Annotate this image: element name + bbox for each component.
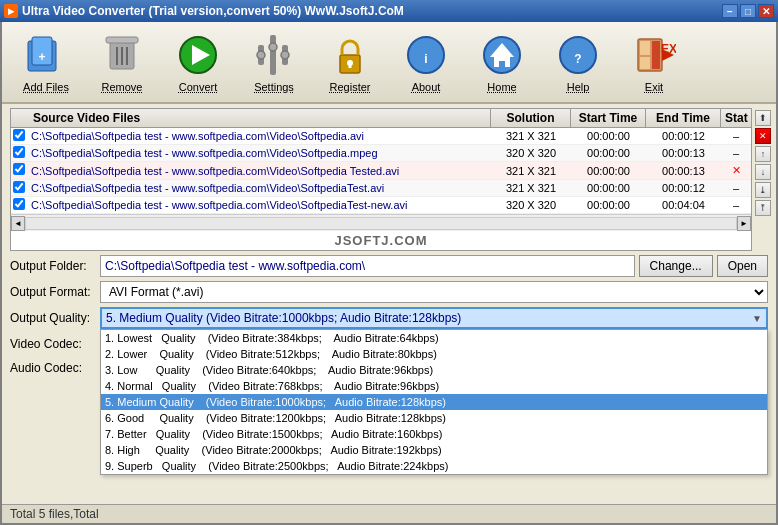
- settings-icon: [250, 31, 298, 79]
- home-button[interactable]: Home: [466, 26, 538, 98]
- table-row[interactable]: C:\Softpedia\Softpedia test - www.softpe…: [11, 128, 751, 145]
- open-button[interactable]: Open: [717, 255, 768, 277]
- app-icon: ▶: [4, 4, 18, 18]
- side-btn-4[interactable]: ↓: [755, 164, 771, 180]
- side-btn-2[interactable]: ✕: [755, 128, 771, 144]
- change-button[interactable]: Change...: [639, 255, 713, 277]
- row-checkbox[interactable]: [11, 146, 29, 161]
- home-label: Home: [487, 81, 516, 93]
- file-list-container: Source Video Files Solution Start Time E…: [10, 108, 752, 251]
- row-checkbox[interactable]: [11, 129, 29, 144]
- toolbar: + Add Files Remove: [2, 22, 776, 104]
- quality-dropdown-container: 5. Medium Quality (Video Bitrate:1000kbp…: [100, 307, 768, 329]
- quality-option-1[interactable]: 1. Lowest Quality (Video Bitrate:384kbps…: [101, 330, 767, 346]
- svg-text:i: i: [424, 52, 427, 66]
- main-window: + Add Files Remove: [0, 22, 778, 525]
- scroll-track[interactable]: [25, 217, 737, 230]
- add-files-label: Add Files: [23, 81, 69, 93]
- help-button[interactable]: ? Help: [542, 26, 614, 98]
- maximize-button[interactable]: □: [740, 4, 756, 18]
- svg-rect-18: [349, 63, 352, 68]
- row-endtime: 00:00:12: [646, 180, 721, 196]
- file-list-wrapper: Source Video Files Solution Start Time E…: [10, 108, 772, 251]
- svg-rect-27: [640, 57, 650, 69]
- row-checkbox[interactable]: [11, 198, 29, 213]
- svg-point-13: [269, 43, 277, 51]
- row-starttime: 00:00:00: [571, 197, 646, 213]
- file-list-side-buttons: ⬆ ✕ ↑ ↓ ⤓ ⤒: [752, 108, 772, 251]
- side-btn-6[interactable]: ⤒: [755, 200, 771, 216]
- header-starttime: Start Time: [571, 109, 646, 127]
- watermark: JSOFTJ.COM: [11, 231, 751, 250]
- row-stat: –: [721, 128, 751, 144]
- side-btn-1[interactable]: ⬆: [755, 110, 771, 126]
- quality-option-9[interactable]: 9. Superb Quality (Video Bitrate:2500kbp…: [101, 458, 767, 474]
- quality-option-8[interactable]: 8. High Quality (Video Bitrate:2000kbps;…: [101, 442, 767, 458]
- title-text: Ultra Video Converter (Trial version,con…: [22, 4, 722, 18]
- output-quality-row: Output Quality: 5. Medium Quality (Video…: [10, 307, 768, 329]
- scroll-left-btn[interactable]: ◄: [11, 216, 25, 231]
- horizontal-scrollbar[interactable]: ◄ ►: [11, 214, 751, 231]
- output-format-label: Output Format:: [10, 285, 100, 299]
- add-files-icon: +: [22, 31, 70, 79]
- about-button[interactable]: i About: [390, 26, 462, 98]
- quality-option-4[interactable]: 4. Normal Quality (Video Bitrate:768kbps…: [101, 378, 767, 394]
- register-button[interactable]: Register: [314, 26, 386, 98]
- table-row[interactable]: C:\Softpedia\Softpedia test - www.softpe…: [11, 197, 751, 214]
- quality-option-2[interactable]: 2. Lower Quality (Video Bitrate:512kbps;…: [101, 346, 767, 362]
- quality-dropdown-list[interactable]: 1. Lowest Quality (Video Bitrate:384kbps…: [100, 329, 768, 475]
- status-bar: Total 5 files,Total: [2, 504, 776, 523]
- quality-option-6[interactable]: 6. Good Quality (Video Bitrate:1200kbps;…: [101, 410, 767, 426]
- settings-button[interactable]: Settings: [238, 26, 310, 98]
- quality-option-7[interactable]: 7. Better Quality (Video Bitrate:1500kbp…: [101, 426, 767, 442]
- close-button[interactable]: ✕: [758, 4, 774, 18]
- quality-option-5[interactable]: 5. Medium Quality (Video Bitrate:1000kbp…: [101, 394, 767, 410]
- output-format-select[interactable]: AVI Format (*.avi): [100, 281, 768, 303]
- row-checkbox[interactable]: [11, 181, 29, 196]
- row-solution: 320 X 320: [491, 145, 571, 161]
- row-path: C:\Softpedia\Softpedia test - www.softpe…: [29, 128, 491, 144]
- row-endtime: 00:00:12: [646, 128, 721, 144]
- side-btn-3[interactable]: ↑: [755, 146, 771, 162]
- minimize-button[interactable]: −: [722, 4, 738, 18]
- table-row[interactable]: C:\Softpedia\Softpedia test - www.softpe…: [11, 180, 751, 197]
- about-label: About: [412, 81, 441, 93]
- remove-button[interactable]: Remove: [86, 26, 158, 98]
- scroll-right-btn[interactable]: ►: [737, 216, 751, 231]
- row-starttime: 00:00:00: [571, 163, 646, 179]
- quality-option-3[interactable]: 3. Low Quality (Video Bitrate:640kbps; A…: [101, 362, 767, 378]
- table-row[interactable]: C:\Softpedia\Softpedia test - www.softpe…: [11, 162, 751, 180]
- output-format-row: Output Format: AVI Format (*.avi): [10, 281, 768, 303]
- row-endtime: 00:00:13: [646, 163, 721, 179]
- remove-label: Remove: [102, 81, 143, 93]
- row-stat: ✕: [721, 162, 751, 179]
- audio-codec-label: Audio Codec:: [10, 361, 100, 375]
- row-stat: –: [721, 197, 751, 213]
- convert-button[interactable]: Convert: [162, 26, 234, 98]
- add-files-button[interactable]: + Add Files: [10, 26, 82, 98]
- row-stat: –: [721, 145, 751, 161]
- exit-button[interactable]: EXIT Exit: [618, 26, 690, 98]
- header-endtime: End Time: [646, 109, 721, 127]
- table-row[interactable]: C:\Softpedia\Softpedia test - www.softpe…: [11, 145, 751, 162]
- convert-icon: [174, 31, 222, 79]
- quality-selected-display[interactable]: 5. Medium Quality (Video Bitrate:1000kbp…: [100, 307, 768, 329]
- side-btn-5[interactable]: ⤓: [755, 182, 771, 198]
- row-endtime: 00:00:13: [646, 145, 721, 161]
- row-path: C:\Softpedia\Softpedia test - www.softpe…: [29, 163, 491, 179]
- quality-selected-text: 5. Medium Quality (Video Bitrate:1000kbp…: [106, 311, 461, 325]
- exit-label: Exit: [645, 81, 663, 93]
- header-stat: Stat: [721, 109, 751, 127]
- svg-rect-10: [270, 35, 276, 75]
- file-list-header: Source Video Files Solution Start Time E…: [11, 109, 751, 128]
- row-checkbox[interactable]: [11, 163, 29, 178]
- row-solution: 321 X 321: [491, 128, 571, 144]
- svg-rect-26: [640, 41, 650, 55]
- output-folder-label: Output Folder:: [10, 259, 100, 273]
- row-starttime: 00:00:00: [571, 145, 646, 161]
- output-quality-label: Output Quality:: [10, 311, 100, 325]
- svg-text:+: +: [38, 50, 45, 64]
- output-folder-input[interactable]: [100, 255, 635, 277]
- row-solution: 320 X 320: [491, 197, 571, 213]
- row-starttime: 00:00:00: [571, 180, 646, 196]
